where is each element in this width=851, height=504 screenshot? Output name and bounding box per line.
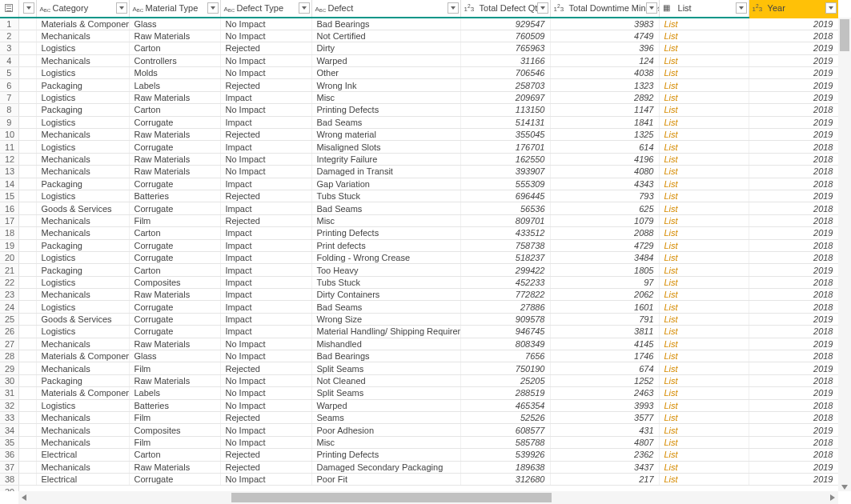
cell-total-downtime-minutes[interactable]: 1805	[550, 264, 659, 276]
cell-category[interactable]: Logistics	[36, 67, 129, 79]
cell-total-downtime-minutes[interactable]: 791	[550, 313, 659, 325]
cell-total-defect-qty[interactable]: 929547	[460, 18, 550, 30]
cell-year[interactable]: 2019	[749, 362, 838, 374]
table-row[interactable]: 2MechanicalsRaw MaterialsNo ImpactNot Ce…	[0, 30, 838, 42]
cell-list[interactable]: List	[659, 166, 749, 178]
cell-category[interactable]: Logistics	[36, 190, 129, 202]
cell-list[interactable]: List	[659, 30, 749, 42]
cell-material-type[interactable]: Raw Materials	[129, 166, 220, 178]
cell-defect[interactable]: Bad Seams	[311, 116, 460, 128]
cell-list[interactable]: List	[659, 42, 749, 54]
cell-defect-type[interactable]: Rejected	[220, 42, 311, 54]
cell-total-defect-qty[interactable]: 433512	[460, 227, 550, 239]
cell-blank[interactable]	[18, 473, 36, 485]
cell-material-type[interactable]: Film	[129, 436, 220, 448]
cell-defect[interactable]: Bad Seams	[311, 301, 460, 313]
cell-category[interactable]: Mechanicals	[36, 424, 129, 436]
cell-defect-type[interactable]: No Impact	[220, 473, 311, 485]
cell-total-defect-qty[interactable]: 765963	[460, 42, 550, 54]
list-link[interactable]: List	[664, 56, 678, 66]
cell-defect[interactable]: Wrong material	[311, 129, 460, 141]
cell-total-defect-qty[interactable]: 31166	[460, 54, 550, 66]
cell-defect[interactable]: Integrity Failure	[311, 153, 460, 165]
cell-total-defect-qty[interactable]: 465354	[460, 399, 550, 411]
cell-total-downtime-minutes[interactable]: 4145	[550, 338, 659, 350]
cell-material-type[interactable]: Glass	[129, 350, 220, 362]
cell-material-type[interactable]: Raw Materials	[129, 461, 220, 473]
cell-year[interactable]: 2019	[749, 42, 838, 54]
cell-list[interactable]: List	[659, 18, 749, 30]
cell-category[interactable]: Goods & Services	[36, 313, 129, 325]
cell-blank[interactable]	[18, 289, 36, 301]
cell-category[interactable]: Packaging	[36, 178, 129, 190]
row-number[interactable]: 34	[0, 424, 18, 436]
cell-total-downtime-minutes[interactable]: 217	[550, 473, 659, 485]
row-number[interactable]: 33	[0, 412, 18, 424]
list-link[interactable]: List	[664, 204, 678, 214]
cell-defect-type[interactable]: Impact	[220, 313, 311, 325]
cell-material-type[interactable]: Batteries	[129, 190, 220, 202]
cell-category[interactable]: Mechanicals	[36, 166, 129, 178]
row-number[interactable]: 28	[0, 350, 18, 362]
chevron-down-icon[interactable]	[448, 2, 459, 14]
cell-list[interactable]: List	[659, 313, 749, 325]
cell-material-type[interactable]: Batteries	[129, 399, 220, 411]
cell-category[interactable]: Mechanicals	[36, 412, 129, 424]
table-row[interactable]: 35MechanicalsFilmNo ImpactMisc5857884807…	[0, 436, 838, 448]
cell-blank[interactable]	[18, 178, 36, 190]
cell-total-defect-qty[interactable]: 760509	[460, 30, 550, 42]
cell-material-type[interactable]: Carton	[129, 104, 220, 116]
scrollbar-thumb[interactable]	[231, 493, 552, 502]
cell-list[interactable]: List	[659, 326, 749, 338]
row-number[interactable]: 1	[0, 18, 18, 30]
cell-defect-type[interactable]: Impact	[220, 301, 311, 313]
cell-list[interactable]: List	[659, 54, 749, 66]
cell-year[interactable]: 2019	[749, 227, 838, 239]
cell-year[interactable]: 2019	[749, 313, 838, 325]
cell-defect-type[interactable]: Impact	[220, 202, 311, 214]
cell-blank[interactable]	[18, 313, 36, 325]
cell-list[interactable]: List	[659, 104, 749, 116]
cell-total-downtime-minutes[interactable]: 431	[550, 424, 659, 436]
row-number[interactable]: 29	[0, 362, 18, 374]
cell-material-type[interactable]: Corrugate	[129, 301, 220, 313]
table-row[interactable]: 39	[0, 486, 838, 491]
cell-defect[interactable]: Gap Variation	[311, 178, 460, 190]
cell-category[interactable]: Mechanicals	[36, 461, 129, 473]
cell-year[interactable]: 2018	[749, 166, 838, 178]
cell-blank[interactable]	[18, 326, 36, 338]
cell-total-downtime-minutes[interactable]: 625	[550, 202, 659, 214]
cell-category[interactable]: Mechanicals	[36, 362, 129, 374]
row-number[interactable]: 21	[0, 264, 18, 276]
cell-year[interactable]: 2019	[749, 116, 838, 128]
cell-blank[interactable]	[18, 436, 36, 448]
cell-total-defect-qty[interactable]: 189638	[460, 461, 550, 473]
cell-defect[interactable]: Printing Defects	[311, 104, 460, 116]
cell-blank[interactable]	[18, 387, 36, 399]
table-row[interactable]: 36ElectricalCartonRejectedPrinting Defec…	[0, 449, 838, 461]
cell-list[interactable]: List	[659, 276, 749, 288]
chevron-down-icon[interactable]	[207, 2, 219, 14]
cell-defect[interactable]: Dirty Containers	[311, 289, 460, 301]
cell-category[interactable]: Packaging	[36, 374, 129, 386]
cell-year[interactable]: 2018	[749, 289, 838, 301]
list-link[interactable]: List	[664, 31, 678, 41]
row-number[interactable]: 4	[0, 54, 18, 66]
row-number[interactable]: 15	[0, 190, 18, 202]
cell-list[interactable]: List	[659, 178, 749, 190]
cell-year[interactable]: 2018	[749, 214, 838, 226]
cell-total-defect-qty[interactable]: 909578	[460, 313, 550, 325]
cell-total-defect-qty[interactable]: 758738	[460, 239, 550, 251]
cell-defect[interactable]: Bad Seams	[311, 202, 460, 214]
cell-blank[interactable]	[18, 166, 36, 178]
cell-defect[interactable]: Bad Bearings	[311, 18, 460, 30]
table-row[interactable]: 34MechanicalsCompositesNo ImpactPoor Adh…	[0, 424, 838, 436]
cell-list[interactable]: List	[659, 202, 749, 214]
cell-blank[interactable]	[18, 362, 36, 374]
cell-material-type[interactable]: Corrugate	[129, 202, 220, 214]
cell-total-defect-qty[interactable]: 258703	[460, 79, 550, 91]
cell-total-defect-qty[interactable]: 585788	[460, 436, 550, 448]
cell-year[interactable]: 2019	[749, 67, 838, 79]
cell-defect[interactable]: Material Handling/ Shipping Requirements…	[311, 326, 460, 338]
cell-defect-type[interactable]: Rejected	[220, 129, 311, 141]
